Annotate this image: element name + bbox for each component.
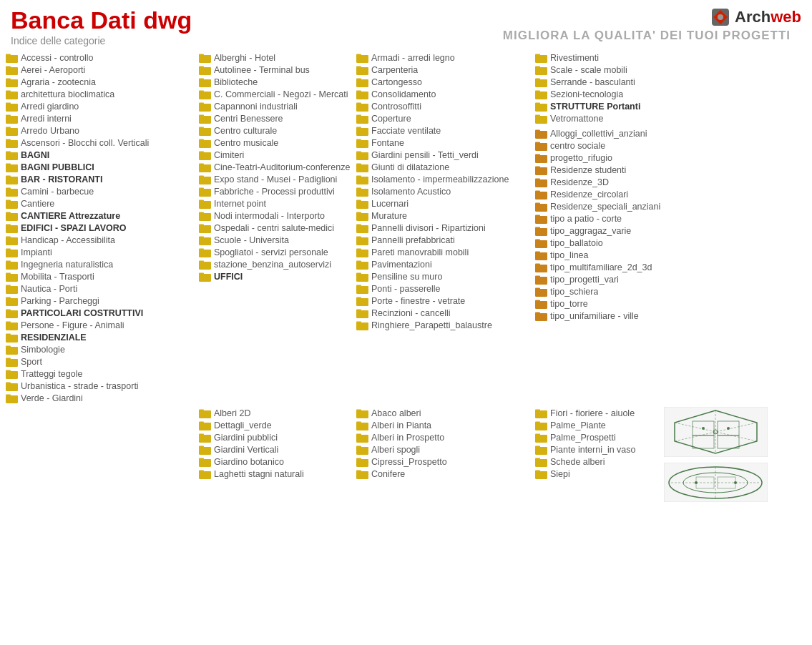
list-item[interactable]: Expo stand - Musei - Padiglioni [199,173,356,185]
list-item[interactable]: BAGNI [6,149,199,161]
list-item[interactable]: Alberghi - Hotel [199,51,356,64]
list-item[interactable]: Nautica - Porti [6,282,199,295]
list-item[interactable]: Vetromattone [535,112,693,124]
list-item[interactable]: Ponti - passerelle [356,282,535,295]
list-item[interactable]: Fabbriche - Processi produttivi [199,185,356,197]
list-item[interactable]: Cimiteri [199,149,356,161]
list-item[interactable]: Murature [356,210,535,222]
list-item[interactable]: Recinzioni - cancelli [356,307,535,319]
list-item[interactable]: Nodi intermodali - Interporto [199,210,356,222]
list-item[interactable]: Lucernari [356,197,535,210]
list-item[interactable]: Carpenteria [356,64,535,76]
list-item[interactable]: Rivestimenti [535,51,693,64]
list-item[interactable]: Pavimentazioni [356,258,535,270]
list-item[interactable]: Mobilita - Trasporti [6,270,199,282]
list-item[interactable]: Centro musicale [199,137,356,149]
list-item[interactable]: STRUTTURE Portanti [535,100,693,112]
list-item[interactable]: Aerei - Aeroporti [6,64,199,76]
list-item[interactable]: Alloggi_collettivi_anziani [535,127,693,139]
list-item[interactable]: Biblioteche [199,76,356,88]
list-item[interactable]: Simbologie [6,343,199,355]
list-item[interactable]: Residenze_speciali_anziani [535,200,693,212]
list-item[interactable]: Schede alberi [535,456,660,468]
list-item[interactable]: Pannelli divisori - Ripartizioni [356,222,535,234]
list-item[interactable]: Impianti [6,246,199,258]
list-item[interactable]: Sport [6,355,199,368]
list-item[interactable]: Scuole - Universita [199,234,356,246]
list-item[interactable]: tipo a patio - corte [535,212,693,225]
list-item[interactable]: Dettagli_verde [199,419,356,431]
list-item[interactable]: Persone - Figure - Animali [6,319,199,331]
list-item[interactable]: tipo_schiera [535,285,693,297]
list-item[interactable]: tipo_unifamiliare - ville [535,310,693,322]
list-item[interactable]: Palme_Prospetti [535,431,660,443]
list-item[interactable]: BAR - RISTORANTI [6,173,199,185]
list-item[interactable]: Giunti di dilatazione [356,161,535,173]
list-item[interactable]: Coperture [356,112,535,124]
list-item[interactable]: Spogliatoi - servizi personale [199,246,356,258]
list-item[interactable]: Abaco alberi [356,407,535,419]
list-item[interactable]: Cantiere [6,197,199,210]
list-item[interactable]: Controsoffitti [356,100,535,112]
list-item[interactable]: Ringhiere_Parapetti_balaustre [356,319,535,331]
list-item[interactable]: Autolinee - Terminal bus [199,64,356,76]
list-item[interactable]: RESIDENZIALE [6,331,199,343]
list-item[interactable]: Siepi [535,468,660,480]
list-item[interactable]: Accessi - controllo [6,51,199,64]
list-item[interactable]: tipo_ballatoio [535,237,693,249]
list-item[interactable]: Conifere [356,468,535,480]
list-item[interactable]: Urbanistica - strade - trasporti [6,380,199,392]
list-item[interactable]: Ingegneria naturalistica [6,258,199,270]
list-item[interactable]: Cartongesso [356,76,535,88]
list-item[interactable]: Giardini pubblici [199,431,356,443]
list-item[interactable]: stazione_benzina_autoservizi [199,258,356,270]
list-item[interactable]: Isolamento - impermeabilizzazione [356,173,535,185]
list-item[interactable]: architettura bioclimatica [6,88,199,100]
list-item[interactable]: Arredo Urbano [6,124,199,137]
list-item[interactable]: EDIFICI - SPAZI LAVORO [6,222,199,234]
list-item[interactable]: Agraria - zootecnia [6,76,199,88]
list-item[interactable]: UFFICI [199,270,356,282]
list-item[interactable]: Pannelli prefabbricati [356,234,535,246]
list-item[interactable]: Alberi 2D [199,407,356,419]
list-item[interactable]: Tratteggi tegole [6,368,199,380]
list-item[interactable]: Camini - barbecue [6,185,199,197]
list-item[interactable]: CANTIERE Attrezzature [6,210,199,222]
list-item[interactable]: Verde - Giardini [6,392,199,404]
list-item[interactable]: Centro culturale [199,124,356,137]
list-item[interactable]: Arredi giardino [6,100,199,112]
list-item[interactable]: Fiori - fioriere - aiuole [535,407,660,419]
list-item[interactable]: Alberi in Prospetto [356,431,535,443]
list-item[interactable]: Armadi - arredi legno [356,51,535,64]
list-item[interactable]: Piante interni_in vaso [535,443,660,456]
list-item[interactable]: Alberi spogli [356,443,535,456]
list-item[interactable]: Giardini Verticali [199,443,356,456]
list-item[interactable]: Pareti manovrabili mobili [356,246,535,258]
list-item[interactable]: Alberi in Pianta [356,419,535,431]
list-item[interactable]: Scale - scale mobili [535,64,693,76]
list-item[interactable]: Fontane [356,137,535,149]
list-item[interactable]: Giardino botanico [199,456,356,468]
list-item[interactable]: Ospedali - centri salute-medici [199,222,356,234]
list-item[interactable]: Serrande - basculanti [535,76,693,88]
list-item[interactable]: Residenze_circolari [535,188,693,200]
list-item[interactable]: Residenze studenti [535,164,693,176]
list-item[interactable]: Porte - finestre - vetrate [356,295,535,307]
list-item[interactable]: Consolidamento [356,88,535,100]
list-item[interactable]: progetto_rifugio [535,152,693,164]
list-item[interactable]: Ascensori - Blocchi coll. Verticali [6,137,199,149]
list-item[interactable]: C. Commerciali - Negozi - Mercati [199,88,356,100]
list-item[interactable]: tipo_multifamiliare_2d_3d [535,261,693,273]
list-item[interactable]: Isolamento Acustico [356,185,535,197]
list-item[interactable]: Parking - Parcheggi [6,295,199,307]
list-item[interactable]: tipo_progetti_vari [535,273,693,285]
list-item[interactable]: tipo_aggragaz_varie [535,225,693,237]
list-item[interactable]: Internet point [199,197,356,210]
list-item[interactable]: Arredi interni [6,112,199,124]
list-item[interactable]: tipo_linea [535,249,693,261]
list-item[interactable]: Sezioni-tecnologia [535,88,693,100]
list-item[interactable]: Capannoni industriali [199,100,356,112]
list-item[interactable]: Residenze_3D [535,176,693,188]
list-item[interactable]: Palme_Piante [535,419,660,431]
list-item[interactable]: Cine-Teatri-Auditorium-conferenze [199,161,356,173]
